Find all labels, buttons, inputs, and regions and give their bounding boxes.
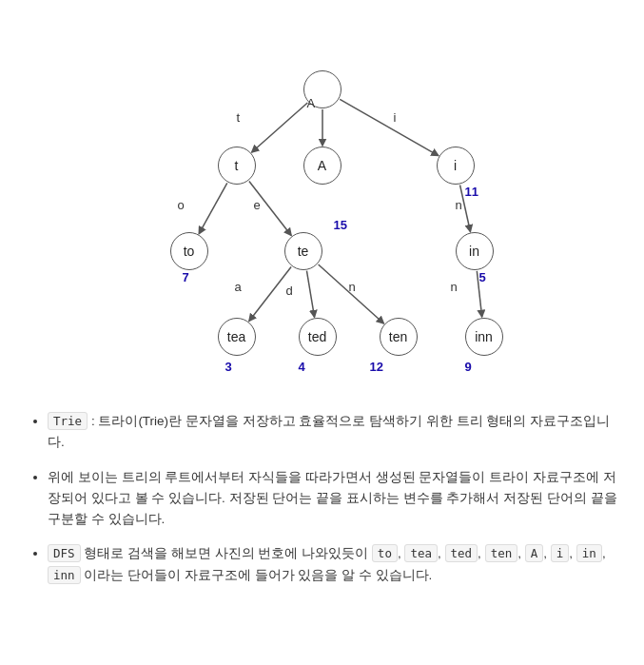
count-i_count: 11	[465, 183, 478, 203]
node-te: te	[284, 232, 322, 270]
edge-label-o: o	[178, 196, 185, 216]
node-i: i	[437, 147, 475, 185]
bullet-item-2: 위에 보이는 트리의 루트에서부터 자식들을 따라가면서 생성된 문자열들이 트…	[48, 467, 617, 531]
word-ted: ted	[445, 544, 478, 562]
count-A_count: 15	[334, 216, 347, 236]
node-in: in	[456, 232, 494, 270]
edge-label-t: t	[237, 108, 241, 128]
word-A: A	[525, 544, 544, 562]
node-to: to	[170, 232, 208, 270]
count-inn_count: 9	[465, 358, 472, 378]
word-in: in	[576, 544, 602, 562]
edge-label-n: n	[456, 196, 462, 216]
bullet-text-1: : 트라이(Trie)란 문자열을 저장하고 효율적으로 탐색하기 위한 트리 …	[48, 414, 610, 449]
count-to_count: 7	[183, 268, 189, 288]
word-inn: inn	[48, 566, 81, 584]
edge-label-n: n	[349, 278, 356, 298]
dfs-code: DFS	[48, 544, 81, 562]
word-tea: tea	[404, 544, 438, 562]
edge-label-i: i	[394, 108, 397, 128]
count-in_count: 5	[479, 268, 486, 288]
count-tea_count: 3	[225, 358, 232, 378]
svg-line-3	[199, 183, 227, 233]
edge-label-n: n	[451, 278, 458, 298]
edge-label-a: a	[235, 278, 242, 298]
trie-diagram: tAioeadnnntiAtoteinteatedteninn151175341…	[94, 42, 551, 384]
trie-code: Trie	[48, 412, 88, 430]
svg-line-6	[306, 271, 314, 318]
bullet-item-1: Trie : 트라이(Trie)란 문자열을 저장하고 효율적으로 탐색하기 위…	[48, 411, 617, 454]
bullet-text-3a: 형태로 검색을 해보면 사진의 번호에 나와있듯이	[84, 546, 372, 560]
svg-line-5	[248, 267, 290, 322]
bullet-item-3: DFS 형태로 검색을 해보면 사진의 번호에 나와있듯이 to, tea, t…	[48, 543, 617, 586]
bullet-text-2: 위에 보이는 트리의 루트에서부터 자식들을 따라가면서 생성된 문자열들이 트…	[48, 470, 617, 527]
node-A: A	[303, 147, 342, 185]
svg-line-0	[251, 103, 307, 152]
node-inn: inn	[465, 318, 503, 356]
bullet-text-3b: 이라는 단어들이 자료구조에 들어가 있음을 알 수 있습니다.	[84, 568, 432, 582]
node-ten: ten	[380, 318, 418, 356]
count-ted_count: 4	[299, 358, 305, 378]
edge-label-d: d	[286, 282, 293, 302]
word-i: i	[551, 544, 570, 562]
edge-label-A: A	[307, 94, 316, 114]
bullet-list: Trie : 트라이(Trie)란 문자열을 저장하고 효율적으로 탐색하기 위…	[27, 411, 617, 586]
node-t: t	[218, 147, 256, 185]
node-tea: tea	[218, 318, 256, 356]
svg-line-2	[340, 99, 439, 155]
count-ten_count: 12	[370, 358, 383, 378]
word-to: to	[372, 544, 398, 562]
node-ted: ted	[299, 318, 337, 356]
edge-label-e: e	[254, 196, 261, 216]
word-ten: ten	[485, 544, 518, 562]
